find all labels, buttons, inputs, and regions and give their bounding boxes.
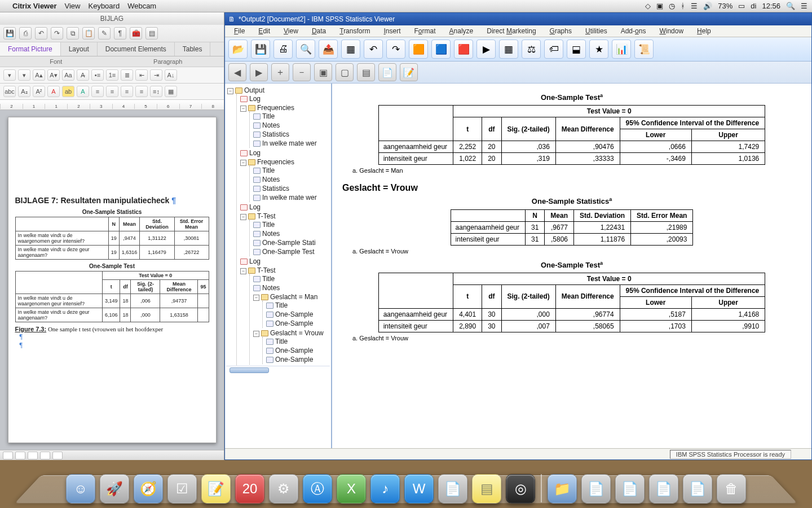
sidebar-icon[interactable]: ▤ <box>145 27 158 40</box>
ruler[interactable]: 21 12 34 56 78 <box>0 100 224 110</box>
undo-icon[interactable]: ↶ <box>35 27 47 40</box>
redo-icon[interactable]: ↷ <box>51 27 63 40</box>
format-painter-icon[interactable]: ✎ <box>98 27 111 40</box>
spss-outline-pane[interactable]: −OutputLog−FrequenciesTitleNotesStatisti… <box>225 84 332 448</box>
dock-launchpad-icon[interactable]: 🚀 <box>100 474 129 503</box>
collapse-icon[interactable]: － <box>293 63 311 81</box>
dock-stickies-icon[interactable]: ▤ <box>472 474 501 503</box>
view-notebook-icon[interactable] <box>40 452 50 459</box>
menu-direct-marketing[interactable]: Direct Marketing <box>481 25 541 37</box>
view-print-icon[interactable] <box>3 452 13 459</box>
multilevel-icon[interactable]: ≣ <box>121 69 133 81</box>
mac-menu-keyboard[interactable]: Keyboard <box>88 2 120 10</box>
tree-leaf[interactable]: Statistics <box>252 130 330 139</box>
menu-format[interactable]: Format <box>409 25 442 37</box>
show-icon[interactable]: ▣ <box>314 63 332 81</box>
split-icon[interactable]: ⬓ <box>567 40 586 59</box>
indent-left-icon[interactable]: ⇤ <box>135 69 148 81</box>
open-icon[interactable]: 📂 <box>228 40 248 59</box>
tree-leaf[interactable]: Log <box>239 257 330 266</box>
tree-leaf[interactable]: Title <box>252 112 330 121</box>
tree-leaf[interactable]: Title <box>252 274 330 283</box>
tree-leaf[interactable]: One-Sample <box>265 346 330 355</box>
expand-icon[interactable]: ＋ <box>271 63 289 81</box>
dock-doc1-icon[interactable]: 📄 <box>581 474 611 503</box>
tree-branch[interactable]: −FrequenciesTitleNotesStatisticsIn welke… <box>239 157 330 203</box>
toolbox-icon[interactable]: 🧰 <box>130 27 142 40</box>
weight-icon[interactable]: ⚖ <box>522 40 541 59</box>
tab-tables[interactable]: Tables <box>175 42 211 56</box>
line-spacing-icon[interactable]: ≡↕ <box>150 86 162 97</box>
grow-font-icon[interactable]: A▴ <box>33 69 45 81</box>
dock-excel-icon[interactable]: X <box>337 474 366 503</box>
tab-document-elements[interactable]: Document Elements <box>98 42 175 56</box>
tree-branch[interactable]: −Geslacht = ManTitleOne-SampleOne-Sample <box>252 292 330 329</box>
tree-branch[interactable]: −FrequenciesTitleNotesStatisticsIn welke… <box>239 103 330 148</box>
tree-leaf[interactable]: Log <box>239 94 330 103</box>
dock-citrix-icon[interactable]: ◎ <box>506 474 535 503</box>
menu-transform[interactable]: Transform <box>334 25 376 37</box>
tree-leaf[interactable]: One-Sample <box>265 310 330 319</box>
tree-leaf[interactable]: Notes <box>252 283 330 292</box>
menu-utilities[interactable]: Utilities <box>580 25 613 37</box>
save-icon[interactable]: 💾 <box>3 27 16 40</box>
font-size[interactable]: ▾ <box>18 69 30 81</box>
print-icon[interactable]: 🖨 <box>273 40 293 59</box>
designate-icon[interactable]: ★ <box>589 40 608 59</box>
font-color-icon[interactable]: A <box>47 86 60 97</box>
dock-doc3-icon[interactable]: 📄 <box>649 474 678 503</box>
bluetooth-icon[interactable]: ᚼ <box>681 2 685 10</box>
word-document-area[interactable]: BIJLAGE 7: Resultaten manipulatiecheck ¶… <box>0 110 224 450</box>
export-icon[interactable]: 📤 <box>319 40 338 59</box>
dock-itunes-icon[interactable]: ♪ <box>370 474 400 503</box>
menu-data[interactable]: Data <box>306 25 332 37</box>
tree-branch[interactable]: −Geslacht = VrouwTitleOne-SampleOne-Samp… <box>252 329 330 365</box>
variables-icon[interactable]: 🟥 <box>454 40 473 59</box>
print-icon[interactable]: ⎙ <box>19 27 32 40</box>
dock-appstore-icon[interactable]: Ⓐ <box>303 474 332 503</box>
align-right-icon[interactable]: ≡ <box>121 86 133 97</box>
tree-leaf[interactable]: Statistics <box>252 184 330 193</box>
menu-file[interactable]: File <box>228 25 250 37</box>
menu-addons[interactable]: Add-ons <box>615 25 652 37</box>
view-focus-icon[interactable] <box>52 452 63 459</box>
dock-doc4-icon[interactable]: 📄 <box>683 474 712 503</box>
font-select[interactable]: ▾ <box>3 69 16 81</box>
view-outline-icon[interactable] <box>15 452 25 459</box>
tab-layout[interactable]: Layout <box>61 42 98 56</box>
volume-icon[interactable]: 🔊 <box>703 2 712 10</box>
value-labels-icon[interactable]: 🏷 <box>544 40 563 59</box>
battery-icon[interactable]: ▭ <box>738 2 745 10</box>
menu-view[interactable]: View <box>278 25 304 37</box>
tree-leaf[interactable]: Notes <box>252 121 330 130</box>
tree-root[interactable]: −OutputLog−FrequenciesTitleNotesStatisti… <box>226 86 330 366</box>
tree-leaf[interactable]: Log <box>239 203 330 212</box>
mac-menu-view[interactable]: View <box>65 2 81 10</box>
tab-format-picture[interactable]: Format Picture <box>0 42 61 56</box>
spss-output-viewer[interactable]: One-Sample Testa Test Value = 0 tdfSig. … <box>332 84 811 448</box>
dock-notes-icon[interactable]: 📝 <box>201 474 231 503</box>
chart-icon[interactable]: 📊 <box>612 40 631 59</box>
tree-leaf[interactable]: Title <box>252 166 330 175</box>
scripts-icon[interactable]: 📜 <box>634 40 654 59</box>
mac-menu-webcam[interactable]: Webcam <box>127 2 156 10</box>
sort-icon[interactable]: A↓ <box>165 69 177 81</box>
tree-leaf[interactable]: In welke mate wer <box>252 193 330 202</box>
dock-doc2-icon[interactable]: 📄 <box>615 474 645 503</box>
dock-trash-icon[interactable]: 🗑 <box>717 474 746 503</box>
save-icon[interactable]: 💾 <box>251 40 270 59</box>
tree-leaf[interactable]: One-Sample Test <box>252 247 330 256</box>
dock-finder-icon[interactable]: ☺ <box>66 474 95 503</box>
tree-leaf[interactable]: Log <box>239 148 330 157</box>
goto-data-icon[interactable]: 🟧 <box>409 40 428 59</box>
select-icon[interactable]: ▦ <box>499 40 518 59</box>
view-publish-icon[interactable] <box>28 452 38 459</box>
nav-fwd-icon[interactable]: ▶ <box>250 63 268 81</box>
shrink-font-icon[interactable]: A▾ <box>47 69 60 81</box>
align-left-icon[interactable]: ≡ <box>91 86 104 97</box>
menu-insert[interactable]: Insert <box>378 25 406 37</box>
strike-icon[interactable]: abc <box>3 86 16 97</box>
tree-leaf[interactable]: One-Sample Stati <box>252 238 330 247</box>
tree-leaf[interactable]: One-Sample <box>265 319 330 328</box>
dock-calendar-icon[interactable]: 20 <box>235 474 264 503</box>
